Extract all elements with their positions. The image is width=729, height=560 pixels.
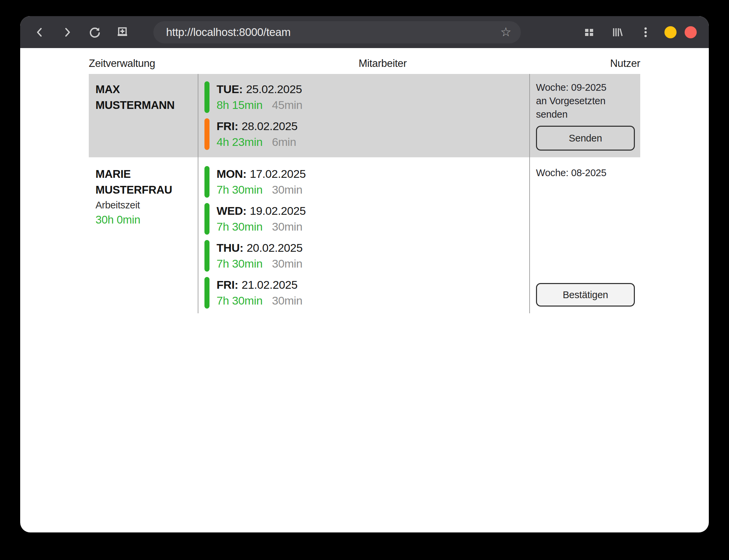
employee-name-line: MUSTERFRAU	[95, 182, 192, 198]
main-nav: Zeitverwaltung Mitarbeiter Nutzer	[89, 55, 640, 71]
weekday-label: MON:	[217, 167, 246, 180]
day-entries-cell: MON:17.02.2025 7h 30min30min WED:19.02.2…	[198, 157, 529, 313]
employee-row-marie[interactable]: MARIE MUSTERFRAU Arbeitszeit 30h 0min MO…	[89, 157, 640, 313]
new-tab-button[interactable]	[113, 23, 132, 42]
week-action-cell: Woche: 08-2025 Bestätigen	[529, 157, 640, 313]
date-value: 21.02.2025	[242, 278, 298, 291]
day-entries-cell: TUE:25.02.2025 8h 15min45min FRI:28.02.2…	[198, 74, 529, 157]
team-page: Zeitverwaltung Mitarbeiter Nutzer MAX MU…	[89, 55, 640, 313]
status-bar	[204, 166, 209, 198]
employee-row-max[interactable]: MAX MUSTERMANN TUE:25.02.2025 8h 15min45…	[89, 74, 640, 157]
break-time: 45min	[272, 98, 303, 111]
forward-button[interactable]	[58, 23, 77, 42]
day-entry: MON:17.02.2025 7h 30min30min	[204, 166, 529, 198]
new-tab-icon	[116, 26, 129, 39]
week-label: senden	[536, 108, 634, 121]
browser-toolbar: http://localhost:8000/team ☆	[20, 16, 709, 48]
status-bar	[204, 240, 209, 272]
entry-date-line: FRI:21.02.2025	[217, 277, 302, 293]
entry-date-line: FRI:28.02.2025	[217, 118, 298, 134]
status-bar	[204, 203, 209, 235]
break-time: 30min	[272, 220, 303, 233]
grid-icon	[583, 26, 595, 38]
date-value: 19.02.2025	[250, 204, 306, 217]
worked-time: 7h 30min	[217, 294, 263, 307]
day-entry: THU:20.02.2025 7h 30min30min	[204, 240, 529, 272]
weekday-label: FRI:	[217, 120, 238, 132]
date-value: 17.02.2025	[250, 167, 306, 180]
weekday-label: TUE:	[217, 83, 243, 95]
worked-time: 8h 15min	[217, 98, 263, 111]
worktime-value: 30h 0min	[95, 212, 192, 227]
week-label: Woche: 09-2025	[536, 81, 634, 94]
forward-icon	[62, 27, 73, 38]
week-action-cell: Woche: 09-2025 an Vorgesetzten senden Se…	[529, 74, 640, 157]
worked-time: 7h 30min	[217, 220, 263, 233]
day-entry: FRI:21.02.2025 7h 30min30min	[204, 277, 529, 309]
week-label: Woche: 08-2025	[536, 166, 634, 179]
day-entry: FRI:28.02.2025 4h 23min6min	[204, 118, 529, 150]
nav-item-mitarbeiter[interactable]: Mitarbeiter	[358, 57, 407, 70]
senden-button[interactable]: Senden	[536, 126, 635, 151]
reload-icon	[88, 26, 102, 39]
date-value: 20.02.2025	[247, 241, 303, 254]
url-bar[interactable]: http://localhost:8000/team ☆	[153, 21, 521, 43]
menu-button[interactable]	[636, 23, 655, 42]
url-text[interactable]: http://localhost:8000/team	[166, 26, 500, 39]
browser-window: http://localhost:8000/team ☆	[20, 16, 709, 532]
worktime-label: Arbeitszeit	[95, 198, 192, 212]
nav-item-zeitverwaltung[interactable]: Zeitverwaltung	[89, 57, 155, 70]
worked-time: 7h 30min	[217, 257, 263, 270]
weekday-label: FRI:	[217, 278, 238, 291]
weekday-label: THU:	[217, 241, 243, 254]
library-icon	[611, 26, 624, 39]
status-bar	[204, 277, 209, 309]
employee-name-cell: MAX MUSTERMANN	[89, 74, 198, 157]
entry-date-line: THU:20.02.2025	[217, 240, 303, 256]
worked-time: 7h 30min	[217, 183, 263, 196]
entry-date-line: MON:17.02.2025	[217, 166, 306, 182]
entry-time-line: 7h 30min30min	[217, 293, 302, 309]
date-value: 28.02.2025	[242, 120, 298, 132]
worked-time: 4h 23min	[217, 135, 263, 148]
entry-time-line: 4h 23min6min	[217, 134, 298, 150]
library-button[interactable]	[608, 23, 627, 42]
bookmark-star-icon[interactable]: ☆	[500, 26, 511, 38]
kebab-menu-icon	[640, 26, 652, 39]
minimize-window-button[interactable]	[664, 26, 677, 38]
entry-time-line: 8h 15min45min	[217, 97, 302, 113]
back-button[interactable]	[30, 23, 49, 42]
entry-date-line: TUE:25.02.2025	[217, 81, 302, 97]
employee-name-line: MAX	[95, 81, 192, 97]
entry-time-line: 7h 30min30min	[217, 219, 306, 235]
weekday-label: WED:	[217, 204, 246, 217]
toolbar-right-cluster	[580, 23, 709, 42]
back-icon	[34, 27, 45, 38]
break-time: 30min	[272, 294, 303, 307]
break-time: 30min	[272, 183, 303, 196]
close-window-button[interactable]	[685, 26, 697, 38]
entry-date-line: WED:19.02.2025	[217, 203, 306, 219]
status-bar	[204, 81, 209, 113]
entry-time-line: 7h 30min30min	[217, 182, 306, 198]
apps-grid-button[interactable]	[580, 23, 599, 42]
employee-name-cell: MARIE MUSTERFRAU Arbeitszeit 30h 0min	[89, 157, 198, 313]
employee-name-line: MUSTERMANN	[95, 97, 192, 113]
entry-time-line: 7h 30min30min	[217, 256, 303, 272]
bestaetigen-button[interactable]: Bestätigen	[536, 283, 635, 307]
reload-button[interactable]	[85, 23, 104, 42]
nav-item-nutzer[interactable]: Nutzer	[610, 57, 640, 70]
break-time: 6min	[272, 135, 296, 148]
day-entry: TUE:25.02.2025 8h 15min45min	[204, 81, 529, 113]
employee-name-line: MARIE	[95, 166, 192, 182]
date-value: 25.02.2025	[246, 83, 302, 95]
day-entry: WED:19.02.2025 7h 30min30min	[204, 203, 529, 235]
week-label: an Vorgesetzten	[536, 94, 634, 108]
status-bar	[204, 118, 209, 150]
break-time: 30min	[272, 257, 303, 270]
